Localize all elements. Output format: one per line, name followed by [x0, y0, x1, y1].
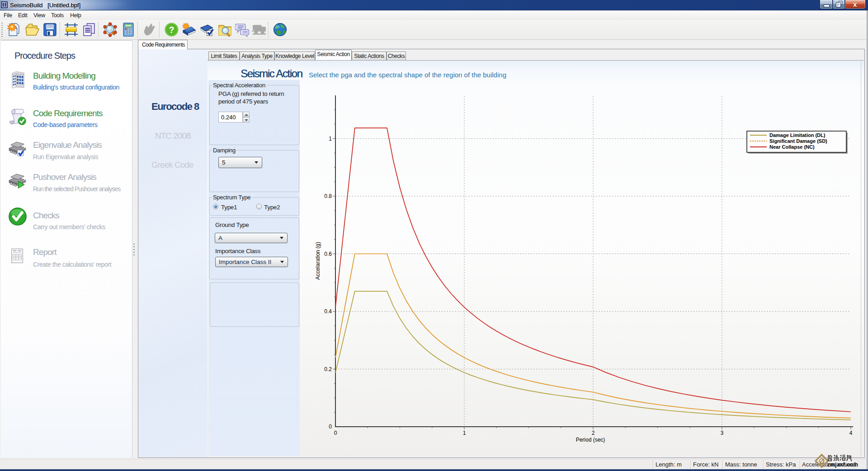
svg-text:?: ? [169, 25, 175, 35]
svg-text:3: 3 [721, 430, 724, 436]
svg-text:0.2: 0.2 [324, 366, 332, 372]
svg-text:2: 2 [592, 430, 595, 436]
svg-text:0.4: 0.4 [324, 308, 332, 315]
svg-text:4: 4 [849, 430, 853, 436]
svg-text:0: 0 [329, 424, 332, 430]
svg-text:Accelaration (g): Accelaration (g) [315, 242, 321, 280]
svg-text:Significant Damage (SD): Significant Damage (SD) [769, 138, 827, 144]
svg-text:Period (sec): Period (sec) [576, 437, 605, 443]
svg-text:0.6: 0.6 [324, 251, 332, 257]
svg-text:0.8: 0.8 [324, 193, 332, 199]
svg-text:1: 1 [329, 136, 332, 142]
svg-text:zmjaxf.com: zmjaxf.com [827, 462, 858, 468]
svg-text:Near Collapse (NC): Near Collapse (NC) [769, 144, 815, 150]
svg-text:Damage Limitation (DL): Damage Limitation (DL) [769, 132, 826, 138]
svg-text:0: 0 [334, 430, 337, 436]
svg-text:1: 1 [463, 430, 466, 436]
